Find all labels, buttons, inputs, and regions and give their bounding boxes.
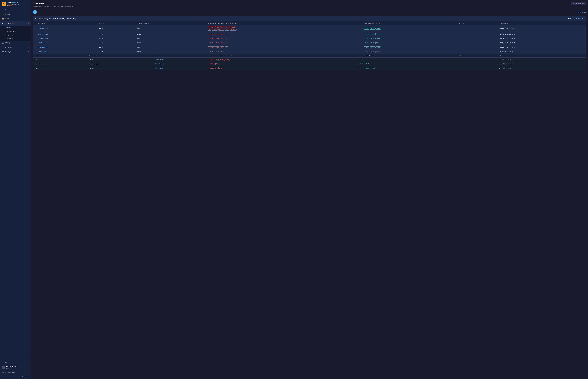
sidebar-item-alerts[interactable]: 🔔 Alerts	[0, 16, 31, 21]
sidebar-item-security-posture[interactable]: 🛡 Security Posture ▾	[0, 21, 31, 26]
hostname-link[interactable]: AMS-FW-78355	[38, 33, 48, 35]
alerts-icon: 🔔	[2, 18, 4, 20]
tag-remove-btn[interactable]: ✕	[228, 59, 229, 60]
tag-remove-btn[interactable]: ✕	[216, 68, 217, 69]
not-activated-col-header: Recommended Security Services Not Activa…	[207, 21, 363, 25]
main-table-section: NGFWs Needing Activation of Security Ser…	[33, 16, 586, 70]
source-role-cell: Guest	[33, 58, 88, 62]
row-expand-button[interactable]: ›	[34, 33, 34, 35]
activated-col-header: Security Services Activated	[363, 21, 458, 25]
summary-icon: ○	[2, 9, 4, 11]
expand-cell: ›	[33, 32, 36, 36]
row-expand-button[interactable]: ›	[34, 38, 34, 39]
tag-remove-btn[interactable]: ✕	[222, 59, 223, 60]
activated-tag: TP-AS	[365, 67, 370, 69]
content-area: ▼ Reset Filters NGFWs Needing Activation…	[31, 8, 588, 379]
sidebar-item-help[interactable]: ? Help	[0, 360, 31, 365]
overrides-cell	[458, 50, 499, 54]
sub-overrides-cell	[455, 62, 495, 66]
panos-cell: 10.1.1	[136, 25, 207, 32]
service-tag: ATP-AS	[218, 29, 224, 31]
not-activated-cell: ADV URL DNS DLP IoT	[207, 36, 363, 41]
hostname-link[interactable]: AMS-FW-16743	[38, 28, 48, 29]
activated-tag: TP-VP	[364, 47, 369, 48]
collapse-label: Collapse	[22, 376, 27, 378]
gear-icon: ⚙	[572, 3, 574, 4]
sub-overrides-cell	[455, 58, 495, 62]
activated-tag: TP-VP	[364, 37, 369, 39]
sidebar-item-activity[interactable]: ▦ Activity ›	[0, 41, 31, 45]
source-sort-icon[interactable]: ⇅	[42, 55, 43, 57]
tag-remove-btn[interactable]: ✕	[218, 63, 219, 64]
global-settings-button[interactable]: ⚙ Global Settings	[571, 2, 586, 5]
view-policies-link[interactable]: View Policies	[156, 67, 164, 69]
not-activated-cell: ADV URL DNS DLP IoT	[207, 32, 363, 36]
sub-activated-cell: TP-VP TP-AS TP-AV	[358, 66, 455, 70]
last-update-cell: 15 Aug 2019 at 06:38:57	[499, 45, 586, 50]
service-tag: IoT	[225, 47, 228, 48]
source-role-header: Source Role ⇅	[33, 54, 88, 58]
filter-button[interactable]: ▼	[33, 10, 37, 14]
hostname-link[interactable]: AMS-FW-46578	[38, 38, 48, 39]
panos-sort-icon[interactable]: ⇅	[148, 23, 149, 24]
hostname-cell: AMS-FW-89365	[36, 45, 97, 50]
service-tag: DLP	[220, 42, 224, 44]
activated-tag: TP-AV	[376, 51, 381, 53]
sidebar-label-summary: Summary	[5, 9, 29, 11]
back-to-graph-button[interactable]: 📊 Back to Graph View	[568, 18, 584, 19]
row-expand-button[interactable]: ›	[34, 47, 34, 48]
row-expand-button[interactable]: ›	[34, 42, 34, 44]
expanded-detail-cell: Source Role ⇅ Destination Role ⇅ Actions…	[33, 54, 586, 70]
expand-cell: ›	[33, 36, 36, 41]
sidebar-item-overview[interactable]: Overview	[0, 26, 31, 29]
expand-cell: ›	[33, 41, 36, 45]
sidebar-item-settings[interactable]: ⚙ Settings ›	[0, 49, 31, 54]
hostname-link[interactable]: AMS-FW-3264	[38, 42, 47, 44]
row-expand-button[interactable]: ›	[34, 28, 34, 29]
hostname-sort-icon[interactable]: ⇅	[45, 23, 46, 24]
activated-tag: TP-AV	[376, 33, 381, 35]
main-content: Overview Total Known NGFWs: 368 | Total …	[31, 0, 588, 379]
hostname-link[interactable]: AMS-FW-78355	[38, 51, 48, 53]
collapse-icon: «	[28, 376, 29, 378]
service-tag: DNS	[215, 37, 220, 39]
service-tag: ADV URL	[208, 51, 215, 53]
sidebar-item-insights[interactable]: 💡 Insights	[0, 12, 31, 16]
hostname-col-header: Host Name ⇅	[36, 21, 97, 25]
view-policies-link[interactable]: View Policies	[156, 59, 164, 61]
reset-filters-button[interactable]: Reset Filters	[577, 11, 586, 13]
table-row: › AMS-FW-78355 PA-220 10.1.1 ADV URL DNS…	[33, 32, 586, 36]
sidebar-item-compliance[interactable]: Compliance	[0, 37, 31, 41]
hostname-link[interactable]: AMS-FW-89365	[38, 47, 48, 48]
view-policies-link[interactable]: View Policies	[156, 63, 164, 65]
dest-sort-icon[interactable]: ⇅	[99, 55, 100, 57]
logo-area: AI AIOps for NGFW BY PALO ALTO NETWORKS …	[0, 0, 31, 8]
global-settings-label: Global Settings	[575, 3, 584, 4]
actions-header: Actions	[154, 54, 208, 58]
service-tag: IoT	[225, 37, 228, 39]
settings-arrow: ›	[28, 51, 29, 52]
panos-cell: 10.1.1	[136, 50, 207, 54]
tag-remove-btn[interactable]: ✕	[222, 68, 223, 69]
model-sort-icon[interactable]: ⇅	[103, 23, 104, 24]
sidebar-item-all-apps[interactable]: ⊞ All Applications	[0, 370, 31, 375]
service-tag: ADV URL	[208, 47, 215, 48]
collapse-button[interactable]: Collapse «	[0, 375, 31, 379]
sidebar-item-adoption-summary[interactable]: Adoption Summary	[0, 29, 31, 33]
sidebar-item-workflows[interactable]: ✦ Workflows ›	[0, 45, 31, 49]
row-expand-button[interactable]: ▾	[34, 51, 35, 53]
user-org: Logis	[6, 368, 16, 369]
sidebar-item-summary[interactable]: ○ Summary	[0, 8, 31, 12]
table-row: › AMS-FW-16743 PA-220 10.1.1 ADV URL DNS…	[33, 25, 586, 32]
tag-remove-btn[interactable]: ✕	[216, 59, 217, 60]
last-update-cell: 15 Aug 2019 at 06:38:57	[499, 32, 586, 36]
sidebar-item-policy-analyzer[interactable]: Policy Analyzer	[0, 33, 31, 37]
service-tag: ADV URL ✕	[209, 59, 218, 61]
sidebar-label-alerts: Alerts	[5, 18, 29, 20]
service-tag: ADV URL	[208, 33, 215, 35]
activity-icon: ▦	[2, 42, 4, 44]
service-tag: IoT	[225, 42, 228, 44]
activated-tag: TP-AS	[370, 47, 375, 48]
table-header: NGFWs Needing Activation of Security Ser…	[33, 16, 586, 21]
tag-remove-btn[interactable]: ✕	[213, 63, 214, 64]
